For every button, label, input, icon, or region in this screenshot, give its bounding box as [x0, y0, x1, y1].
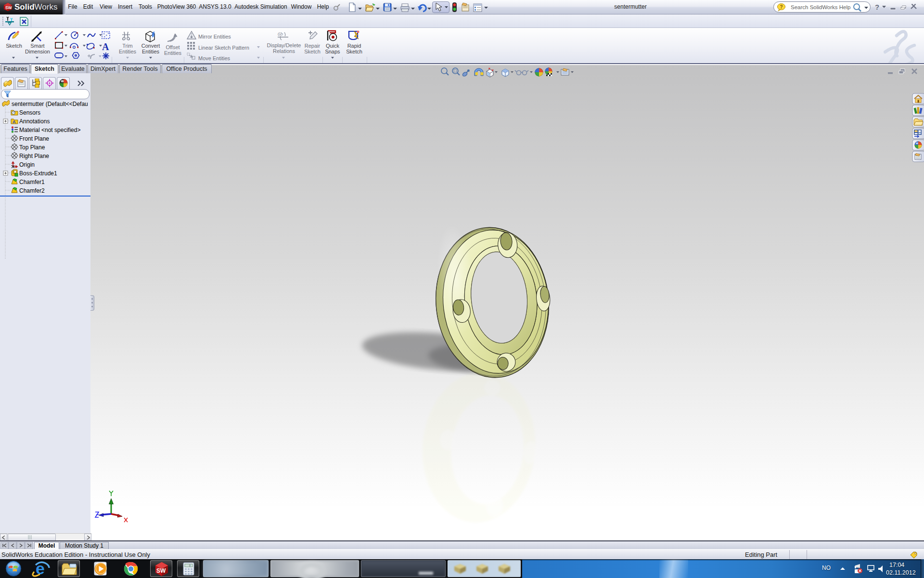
svg-text:6b: 6b: [278, 31, 283, 37]
svg-text:SW: SW: [5, 5, 13, 10]
svg-text:?: ?: [780, 4, 783, 10]
svg-text:A: A: [13, 119, 16, 124]
svg-text:0: 0: [189, 564, 191, 567]
svg-text:SW: SW: [156, 567, 166, 574]
svg-text:A: A: [102, 41, 109, 52]
